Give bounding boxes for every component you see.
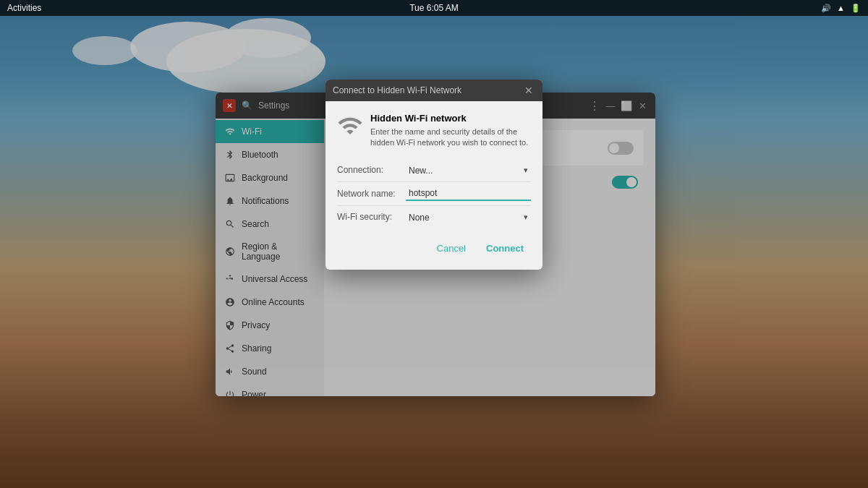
wifi-security-label: Wi-Fi security: <box>337 212 406 222</box>
wifi-security-select[interactable]: None <box>406 211 531 224</box>
cancel-button[interactable]: Cancel <box>430 239 473 258</box>
dialog-titlebar: Connect to Hidden Wi-Fi Network ✕ <box>326 80 542 101</box>
dialog-header-title: Hidden Wi-Fi network <box>370 113 531 124</box>
connection-select[interactable]: New... <box>406 164 531 177</box>
connection-select-wrapper: New... <box>406 163 531 177</box>
network-icon[interactable]: ▲ <box>837 4 845 12</box>
desktop: Activities Tue 6:05 AM 🔊 ▲ 🔋 ✕ 🔍 Setting… <box>0 0 868 488</box>
modal-overlay: Connect to Hidden Wi-Fi Network ✕ Hidden… <box>0 0 868 488</box>
wifi-security-row: Wi-Fi security: None <box>337 206 531 228</box>
dialog-header-text: Hidden Wi-Fi network Enter the name and … <box>370 113 531 149</box>
activities-button[interactable]: Activities <box>7 3 41 13</box>
dialog-form: Connection: New... Network name: Wi-Fi s… <box>337 159 531 228</box>
connection-label: Connection: <box>337 165 406 175</box>
dialog-header-description: Enter the name and security details of t… <box>370 127 531 149</box>
network-name-row: Network name: <box>337 182 531 206</box>
wifi-security-select-wrapper: None <box>406 210 531 224</box>
volume-icon[interactable]: 🔊 <box>821 4 831 13</box>
dialog-title: Connect to Hidden Wi-Fi Network <box>333 85 461 95</box>
dialog-actions: Cancel Connect <box>337 239 531 258</box>
connection-row: Connection: New... <box>337 159 531 182</box>
wifi-large-icon <box>337 113 363 139</box>
dialog-body: Hidden Wi-Fi network Enter the name and … <box>326 101 542 270</box>
network-name-label: Network name: <box>337 189 406 199</box>
battery-icon[interactable]: 🔋 <box>851 4 861 13</box>
dialog-close-button[interactable]: ✕ <box>522 84 535 97</box>
network-name-input[interactable] <box>406 187 531 201</box>
dialog-header: Hidden Wi-Fi network Enter the name and … <box>337 113 531 149</box>
clock: Tue 6:05 AM <box>409 3 459 13</box>
hidden-wifi-dialog: Connect to Hidden Wi-Fi Network ✕ Hidden… <box>326 80 542 270</box>
topbar: Activities Tue 6:05 AM 🔊 ▲ 🔋 <box>0 0 868 16</box>
connect-button[interactable]: Connect <box>479 239 531 258</box>
